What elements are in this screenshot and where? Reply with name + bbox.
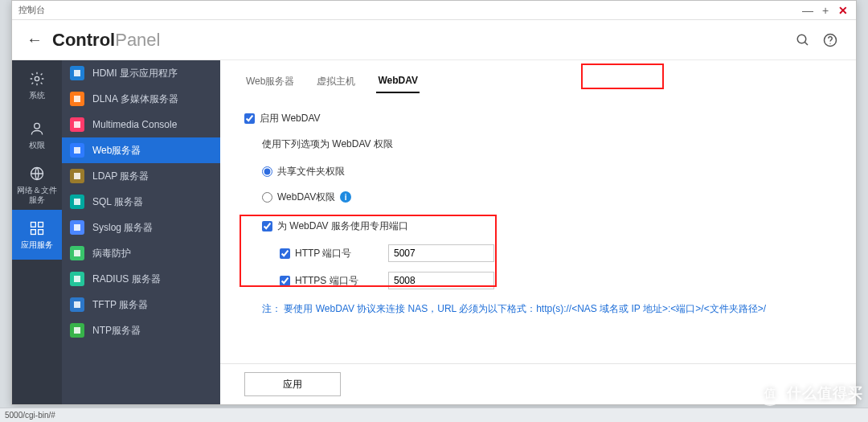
sidebar-item-ldap[interactable]: LDAP 服务器 xyxy=(62,163,220,189)
svg-rect-15 xyxy=(74,173,80,179)
sidebar-item-sql[interactable]: SQL 服务器 xyxy=(62,189,220,215)
grid-icon xyxy=(28,219,46,237)
content: Web服务器 虚拟主机 WebDAV 启用 WebDAV 使用下列选项 xyxy=(220,60,856,404)
svg-line-1 xyxy=(805,42,808,45)
sidebar-item-radius[interactable]: RADIUS 服务器 xyxy=(62,266,220,292)
tftp-icon xyxy=(70,297,84,312)
nav-primary-system[interactable]: 系统 xyxy=(12,60,62,110)
sidebar-item-av[interactable]: 病毒防护 xyxy=(62,240,220,266)
nav-primary-network[interactable]: 网络＆文件 服务 xyxy=(12,160,62,210)
sidebar-item-label: DLNA 多媒体服务器 xyxy=(92,92,178,106)
radius-icon xyxy=(70,272,84,286)
svg-rect-11 xyxy=(74,70,80,76)
svg-rect-13 xyxy=(74,121,80,128)
apply-button[interactable]: 应用 xyxy=(244,372,341,396)
sidebar-item-mmc[interactable]: Multimedia Console xyxy=(62,112,220,137)
sidebar-item-label: Multimedia Console xyxy=(92,119,177,130)
form-webdav: 启用 WebDAV 使用下列选项为 WebDAV 权限 共享文件夹权限 xyxy=(220,93,856,316)
sidebar-item-ntp[interactable]: NTP服务器 xyxy=(62,318,220,343)
tab-webdav[interactable]: WebDAV xyxy=(376,72,420,93)
note-text: 注： 要使用 WebDAV 协议来连接 NAS，URL 必须为以下格式：http… xyxy=(244,302,832,316)
dedicated-port-checkbox[interactable]: 为 WebDAV 服务使用专用端口 xyxy=(262,219,408,233)
globe-icon xyxy=(28,165,46,182)
svg-rect-16 xyxy=(74,199,80,205)
radio-share-folder[interactable]: 共享文件夹权限 xyxy=(262,165,345,178)
svg-point-5 xyxy=(35,123,40,129)
nav-primary: 系统 权限 网络＆文件 服务 应用服务 xyxy=(12,60,62,404)
svg-rect-14 xyxy=(74,147,80,154)
window: 控制台 — + ✕ ← ControlPanel 系统 xyxy=(11,0,857,405)
sidebar-item-label: 病毒防护 xyxy=(92,247,131,260)
svg-rect-12 xyxy=(74,96,80,102)
sql-icon xyxy=(70,195,84,209)
back-icon[interactable]: ← xyxy=(27,31,43,49)
mmc-icon xyxy=(70,117,84,132)
radio-webdav-perm[interactable]: WebDAV权限 xyxy=(262,191,335,204)
svg-rect-10 xyxy=(39,230,43,235)
titlebar: 控制台 — + ✕ xyxy=(12,1,856,20)
sidebar-item-label: NTP服务器 xyxy=(92,324,141,338)
sidebar-item-label: Syslog 服务器 xyxy=(92,221,153,235)
web-icon xyxy=(70,143,84,158)
minimize-button[interactable]: — xyxy=(801,4,814,17)
maximize-button[interactable]: + xyxy=(819,4,832,17)
nav-label: 权限 xyxy=(29,141,45,150)
info-icon[interactable]: i xyxy=(340,191,351,203)
sidebar-item-syslog[interactable]: Syslog 服务器 xyxy=(62,215,220,240)
sidebar-item-label: RADIUS 服务器 xyxy=(92,272,161,286)
syslog-icon xyxy=(70,220,84,235)
svg-point-4 xyxy=(35,76,39,80)
svg-point-0 xyxy=(797,35,806,43)
sidebar-item-tftp[interactable]: TFTP 服务器 xyxy=(62,292,220,318)
status-bar: 5000/cgi-bin/# xyxy=(0,408,868,422)
dlna-icon xyxy=(70,92,84,106)
svg-rect-21 xyxy=(74,327,80,334)
gear-icon xyxy=(28,70,46,88)
sidebar-item-web[interactable]: Web服务器 xyxy=(62,137,220,163)
nav-secondary: HDMI 显示应用程序DLNA 多媒体服务器Multimedia Console… xyxy=(62,60,220,404)
perm-hint-text: 使用下列选项为 WebDAV 权限 xyxy=(262,137,393,151)
help-icon[interactable] xyxy=(821,31,840,50)
http-port-input[interactable] xyxy=(388,244,494,262)
http-port-checkbox[interactable]: HTTP 端口号 xyxy=(280,247,388,260)
nav-primary-perm[interactable]: 权限 xyxy=(12,110,62,160)
svg-rect-18 xyxy=(74,250,80,256)
nav-label: 系统 xyxy=(29,91,45,100)
svg-point-3 xyxy=(829,43,830,43)
search-icon[interactable] xyxy=(793,31,813,50)
nav-primary-apps[interactable]: 应用服务 xyxy=(12,210,62,260)
svg-rect-17 xyxy=(74,224,80,231)
av-icon xyxy=(70,246,84,260)
ldap-icon xyxy=(70,169,84,183)
svg-rect-20 xyxy=(74,301,80,308)
nav-label: 应用服务 xyxy=(21,240,53,250)
hdmi-icon xyxy=(70,66,84,80)
footer: 应用 xyxy=(220,363,856,404)
sidebar-item-label: LDAP 服务器 xyxy=(92,170,149,183)
ntp-icon xyxy=(70,323,84,338)
svg-rect-8 xyxy=(39,223,43,227)
sidebar-item-hdmi[interactable]: HDMI 显示应用程序 xyxy=(62,60,220,86)
tab-bar: Web服务器 虚拟主机 WebDAV xyxy=(220,60,856,93)
user-icon xyxy=(28,120,46,137)
sidebar-item-label: TFTP 服务器 xyxy=(92,298,148,312)
sidebar-item-label: HDMI 显示应用程序 xyxy=(92,67,178,80)
page-title: ControlPanel xyxy=(52,30,160,51)
svg-rect-19 xyxy=(74,276,80,282)
header: ← ControlPanel xyxy=(12,20,856,60)
window-title: 控制台 xyxy=(18,4,45,16)
svg-rect-7 xyxy=(31,223,36,227)
svg-rect-9 xyxy=(31,230,36,235)
sidebar-item-label: SQL 服务器 xyxy=(92,195,143,209)
sidebar-item-label: Web服务器 xyxy=(92,144,141,158)
tab-webserver[interactable]: Web服务器 xyxy=(244,72,296,93)
sidebar-item-dlna[interactable]: DLNA 多媒体服务器 xyxy=(62,86,220,112)
nav-label: 网络＆文件 服务 xyxy=(17,186,57,205)
https-port-input[interactable] xyxy=(388,272,494,289)
https-port-checkbox[interactable]: HTTPS 端口号 xyxy=(280,274,388,288)
close-button[interactable]: ✕ xyxy=(837,4,850,17)
tab-vhost[interactable]: 虚拟主机 xyxy=(315,72,357,93)
enable-webdav-checkbox[interactable]: 启用 WebDAV xyxy=(244,112,321,125)
